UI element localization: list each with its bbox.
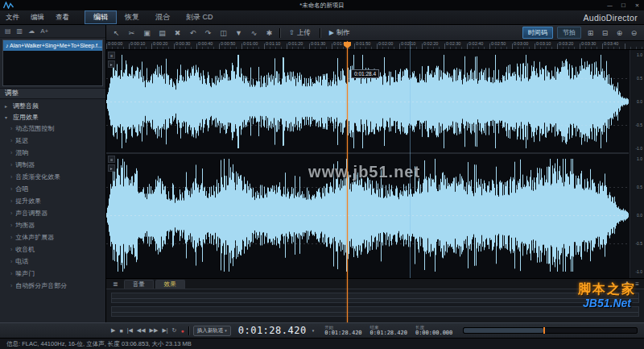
stop-button[interactable]: ■ bbox=[119, 328, 122, 334]
keyframe-panel-menu-icon[interactable]: ≣ bbox=[113, 280, 118, 288]
delete-icon[interactable]: ✖ bbox=[172, 29, 183, 37]
effect-item[interactable]: 混响 bbox=[0, 147, 105, 159]
library-track-item[interactable]: ♪ Alan+Walker+Sing+Me+To+Sleep.f... bbox=[3, 40, 102, 51]
ruler-tick-label: 0:01:00 bbox=[243, 41, 258, 46]
menu-file[interactable]: 文件 bbox=[0, 13, 25, 23]
text-size-icon[interactable]: A+ bbox=[40, 27, 48, 35]
tools-dropdown-icon[interactable]: ✱ bbox=[264, 29, 275, 37]
effect-group[interactable]: ▸调整音频 bbox=[0, 100, 105, 111]
mode-tab-4[interactable]: 刻录 CD bbox=[178, 10, 221, 24]
expand-arrow-icon: ▸ bbox=[5, 103, 10, 109]
library-toolbar: ▤▥☁A+ bbox=[0, 25, 105, 38]
timecode-toggle-button[interactable]: 时间码 bbox=[522, 27, 553, 39]
track2-badge-icon[interactable]: ▸ bbox=[108, 164, 115, 172]
next-button[interactable]: ▶| bbox=[162, 327, 167, 334]
copy-icon[interactable]: ▣ bbox=[142, 29, 152, 37]
effect-item[interactable]: 声音调整器 bbox=[0, 207, 105, 219]
forward-button[interactable]: ▶▶ bbox=[150, 327, 159, 334]
track1-badge-icon[interactable]: ≡ bbox=[108, 52, 115, 59]
keyframe-lane-track1[interactable] bbox=[111, 293, 639, 303]
app-logo-icon bbox=[3, 2, 14, 9]
ruler-tick-label: 0:00:50 bbox=[221, 41, 235, 46]
import-media-icon[interactable]: ▤ bbox=[5, 27, 11, 35]
undo-icon[interactable]: ↶ bbox=[188, 29, 198, 37]
toolbar-separator bbox=[320, 28, 320, 38]
chevron-down-icon: ▾ bbox=[225, 328, 227, 333]
record-button[interactable]: ● bbox=[180, 328, 184, 334]
effect-item[interactable]: 提升效果 bbox=[0, 195, 105, 207]
navigator-thumb[interactable] bbox=[464, 328, 543, 333]
keyframe-tab-2[interactable]: 效果 bbox=[155, 280, 185, 289]
beats-toggle-button[interactable]: 节拍 bbox=[557, 27, 581, 39]
paste-icon[interactable]: ▤ bbox=[157, 29, 167, 37]
menu-bar: 文件 编辑 查看 编辑恢复混合刻录 CD AudioDirector bbox=[0, 10, 644, 25]
track2-badge-icon[interactable]: ≡ bbox=[108, 156, 115, 163]
mode-tab-1[interactable]: 编辑 bbox=[85, 10, 117, 24]
edit-toolbar: ↖✂▣▤✖↶↷◫▼∿✱ ⇧ 上传 ▶ 制作 时间码 节拍 ⊞⊟⊕⊖ bbox=[106, 25, 644, 41]
file-info-text: 信息: FLAC, 44100Hz, 16-位, 立体声, 长度 03:06.8… bbox=[6, 340, 192, 348]
effect-item[interactable]: 延迟 bbox=[0, 135, 105, 147]
expand-arrow-icon: ▾ bbox=[5, 114, 10, 120]
ruler-tick-label: 0:01:30 bbox=[311, 41, 325, 46]
loop-button[interactable]: ↻ bbox=[172, 327, 177, 334]
close-button[interactable]: ✕ bbox=[630, 0, 644, 10]
timeline-ruler[interactable]: 0:00:000:00:100:00:200:00:300:00:400:00:… bbox=[106, 41, 644, 50]
track1-badge-icon[interactable]: ▸ bbox=[108, 60, 115, 68]
playhead-line[interactable] bbox=[347, 41, 348, 322]
library-track-label: ♪ Alan+Walker+Sing+Me+To+Sleep.f... bbox=[6, 43, 102, 48]
scale-label: 0.5 bbox=[637, 77, 642, 81]
media-library-list[interactable]: ♪ Alan+Walker+Sing+Me+To+Sleep.f... bbox=[2, 39, 103, 86]
effect-item[interactable]: 立体声扩展器 bbox=[0, 231, 105, 243]
length-field: 长度 0:00:00.000 bbox=[415, 325, 452, 337]
rewind-button[interactable]: ◀◀ bbox=[137, 327, 146, 334]
effect-item[interactable]: 自动拆分声音部分 bbox=[0, 280, 105, 292]
import-folder-icon[interactable]: ▥ bbox=[17, 27, 23, 35]
effect-item[interactable]: 调制器 bbox=[0, 159, 105, 171]
marker-icon[interactable]: ▼ bbox=[233, 29, 244, 37]
upload-icon: ⇧ bbox=[289, 29, 295, 36]
effect-item[interactable]: 电话 bbox=[0, 256, 105, 268]
transport-separator bbox=[188, 326, 189, 335]
waveform-view[interactable]: 1.00.50.0-0.5-1.01.00.50.0-0.5-1.0 www.j… bbox=[106, 50, 644, 278]
ruler-tick-label: 0:02:30 bbox=[446, 41, 460, 46]
effect-item[interactable]: 音质渐变化效果 bbox=[0, 171, 105, 183]
insert-track-button[interactable]: 插入新轨道 ▾ bbox=[193, 326, 231, 336]
single-view-icon[interactable]: ⊟ bbox=[600, 29, 610, 37]
play-button[interactable]: ▶ bbox=[111, 327, 115, 334]
effect-item[interactable]: 均衡器 bbox=[0, 219, 105, 231]
timeline-navigator-scrollbar[interactable] bbox=[463, 327, 638, 334]
menu-edit[interactable]: 编辑 bbox=[25, 13, 50, 23]
mode-tab-3[interactable]: 混合 bbox=[147, 10, 178, 24]
keyframe-menu-icon[interactable]: ≡ bbox=[635, 280, 639, 288]
maximize-button[interactable]: ☐ bbox=[617, 0, 630, 10]
playhead-time-tooltip: 0:01:28.4 bbox=[351, 69, 379, 78]
ruler-tick-label: 0:00:40 bbox=[198, 41, 213, 46]
split-icon[interactable]: ◫ bbox=[218, 29, 229, 37]
redo-icon[interactable]: ↷ bbox=[203, 29, 213, 37]
waveform-tool-icon[interactable]: ∿ bbox=[249, 29, 259, 37]
time-format-dropdown-icon[interactable]: ▾ bbox=[312, 328, 315, 333]
ruler-tick-label: 0:01:10 bbox=[266, 41, 280, 46]
zoom-in-icon[interactable]: ⊕ bbox=[614, 29, 625, 37]
keyframe-tab-1[interactable]: 音量 bbox=[124, 280, 154, 289]
audiodirector-window: *未命名的新项目 — ☐ ✕ 文件 编辑 查看 编辑恢复混合刻录 CD Audi… bbox=[0, 0, 644, 349]
effect-group[interactable]: ▾应用效果 bbox=[0, 111, 105, 123]
zoom-out-icon[interactable]: ⊖ bbox=[629, 29, 639, 37]
prev-button[interactable]: |◀ bbox=[127, 327, 133, 334]
grid-view-icon[interactable]: ⊞ bbox=[585, 29, 596, 37]
keyframe-lane-track2[interactable] bbox=[111, 306, 639, 317]
mode-tab-2[interactable]: 恢复 bbox=[117, 10, 147, 24]
effect-item[interactable]: 收音机 bbox=[0, 243, 105, 256]
effect-item[interactable]: 动态范围控制 bbox=[0, 123, 105, 135]
ruler-tick-label: 0:00:30 bbox=[175, 41, 190, 46]
select-tool-icon[interactable]: ↖ bbox=[111, 29, 122, 37]
upload-button[interactable]: ⇧ 上传 bbox=[285, 27, 315, 39]
effect-item[interactable]: 合唱 bbox=[0, 183, 105, 195]
ruler-tick-label: 0:03:20 bbox=[559, 41, 573, 46]
effect-item[interactable]: 噪声门 bbox=[0, 268, 105, 280]
cloud-icon[interactable]: ☁ bbox=[28, 27, 35, 35]
menu-view[interactable]: 查看 bbox=[50, 13, 75, 23]
cut-icon[interactable]: ✂ bbox=[126, 29, 137, 37]
minimize-button[interactable]: — bbox=[603, 0, 617, 10]
produce-button[interactable]: ▶ 制作 bbox=[325, 27, 354, 39]
